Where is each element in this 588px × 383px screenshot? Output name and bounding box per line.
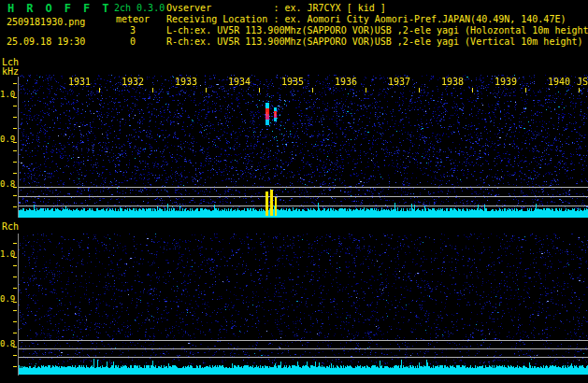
observer-line: Ovserver : ex. JR7CYX [ kid ] (166, 4, 386, 13)
time-tick-label: 1937 (388, 78, 410, 87)
freq-minor-tick (13, 243, 17, 244)
freq-minor-tick (13, 128, 17, 129)
time-tick-mark (419, 88, 420, 92)
freq-minor-tick (13, 83, 17, 84)
mode-label: meteor (116, 15, 150, 24)
time-tick-label: 1939 (495, 78, 517, 87)
rch-plot-border (18, 234, 19, 376)
freq-minor-tick (13, 162, 17, 163)
time-tick-mark (525, 88, 526, 92)
time-tick-mark (579, 88, 580, 92)
time-suffix-label: JST (577, 78, 588, 87)
lch-spectrogram-canvas (19, 75, 588, 218)
freq-minor-tick (13, 333, 17, 333)
freq-major-tick (13, 97, 17, 98)
time-tick-mark (206, 88, 207, 92)
hrofft-screenshot: H R O F F T 2ch 0.3.0 2509181930.png met… (0, 0, 588, 383)
time-tick-label: 1936 (335, 78, 357, 87)
output-filename: 2509181930.png (7, 18, 85, 27)
time-tick-label: 1938 (441, 78, 464, 87)
freq-major-tick (13, 187, 17, 188)
freq-minor-tick (13, 106, 17, 106)
rch-axis-label: Rch (2, 222, 19, 232)
freq-major-tick (13, 347, 17, 348)
location-line: Receiving Location : ex. Aomori City Aom… (166, 15, 566, 24)
freq-minor-tick (13, 321, 17, 322)
freq-major-tick (13, 142, 17, 143)
datetime-label: 25.09.18 19:30 (7, 37, 85, 47)
rch-spectrogram-canvas (19, 234, 588, 376)
time-tick-label: 1933 (175, 78, 197, 87)
lch-setup-line: L-ch:ex. UV5R 113.900Mhz(SAPPORO VOR)USB… (166, 26, 588, 35)
time-tick-label: 1931 (68, 78, 91, 87)
freq-minor-tick (13, 288, 17, 289)
freq-minor-tick (13, 277, 17, 277)
freq-major-tick (13, 257, 17, 258)
time-tick-label: 1932 (122, 78, 144, 87)
freq-minor-tick (13, 366, 17, 367)
time-tick-label: 1934 (228, 78, 251, 87)
freq-unit-label: kHz (2, 67, 19, 77)
freq-major-tick (13, 302, 17, 303)
time-tick-mark (366, 88, 366, 92)
meteor-count-rch: 0 (130, 37, 136, 47)
freq-minor-tick (13, 173, 17, 174)
time-tick-label: 1935 (281, 78, 304, 87)
freq-minor-tick (13, 150, 17, 151)
freq-minor-tick (13, 117, 17, 118)
freq-minor-tick (13, 310, 17, 311)
freq-minor-tick (13, 355, 17, 356)
app-title: H R O F F T (7, 3, 111, 14)
lch-plot-border (18, 77, 19, 218)
version-label: 2ch 0.3.0 (114, 4, 165, 13)
time-tick-mark (312, 88, 313, 92)
freq-minor-tick (13, 195, 17, 196)
time-tick-mark (152, 88, 153, 92)
time-tick-mark (99, 88, 100, 92)
rch-setup-line: R-ch:ex. UV5R 113.900Mhz(SAPPORO VOR)USB… (166, 37, 583, 47)
time-tick-mark (259, 88, 260, 92)
time-tick-mark (472, 88, 473, 92)
freq-minor-tick (13, 206, 17, 207)
meteor-count-lch: 3 (130, 26, 136, 35)
time-tick-label: 1940 (548, 78, 570, 87)
freq-minor-tick (13, 265, 17, 266)
